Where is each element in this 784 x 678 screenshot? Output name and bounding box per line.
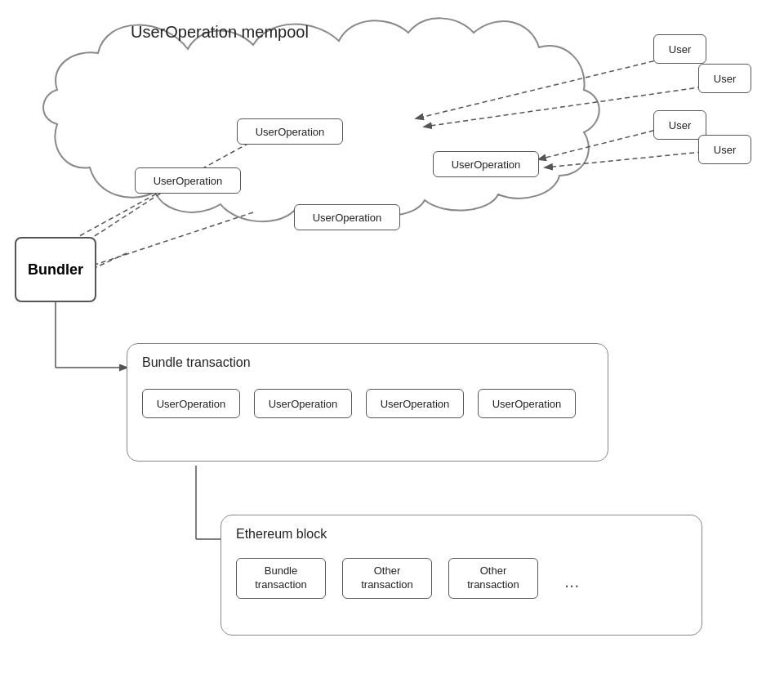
svg-line-2: [539, 127, 670, 159]
bundle-transaction-container: Bundle transaction UserOperation UserOpe…: [127, 343, 608, 462]
user-3: User: [653, 110, 706, 140]
eth-block-ellipsis: ...: [564, 571, 579, 592]
ethereum-block-container: Ethereum block Bundletransaction Othertr…: [220, 515, 702, 636]
eth-block-other-tx-2: Othertransaction: [448, 558, 538, 599]
svg-line-0: [416, 57, 670, 118]
user-1: User: [653, 34, 706, 64]
bundler-box: Bundler: [15, 237, 96, 302]
bundle-transaction-label: Bundle transaction: [142, 355, 251, 370]
eth-block-bundle-tx: Bundletransaction: [236, 558, 326, 599]
svg-line-4: [56, 143, 249, 249]
bundle-uo-3: UserOperation: [366, 389, 464, 418]
user-2: User: [698, 64, 751, 93]
user-4: User: [698, 135, 751, 164]
eth-block-other-tx-1: Othertransaction: [342, 558, 432, 599]
bundle-uo-2: UserOperation: [254, 389, 352, 418]
cloud-label: UserOperation mempool: [131, 23, 309, 42]
ethereum-block-label: Ethereum block: [236, 527, 327, 542]
bundle-uo-4: UserOperation: [478, 389, 576, 418]
user-operation-3: UserOperation: [433, 151, 539, 177]
svg-line-3: [546, 151, 710, 167]
user-operation-2: UserOperation: [135, 167, 241, 194]
bundle-uo-1: UserOperation: [142, 389, 240, 418]
user-operation-1: UserOperation: [237, 118, 343, 145]
user-operation-4: UserOperation: [294, 204, 400, 230]
diagram: UserOperation mempool UserOperation User…: [0, 0, 784, 678]
